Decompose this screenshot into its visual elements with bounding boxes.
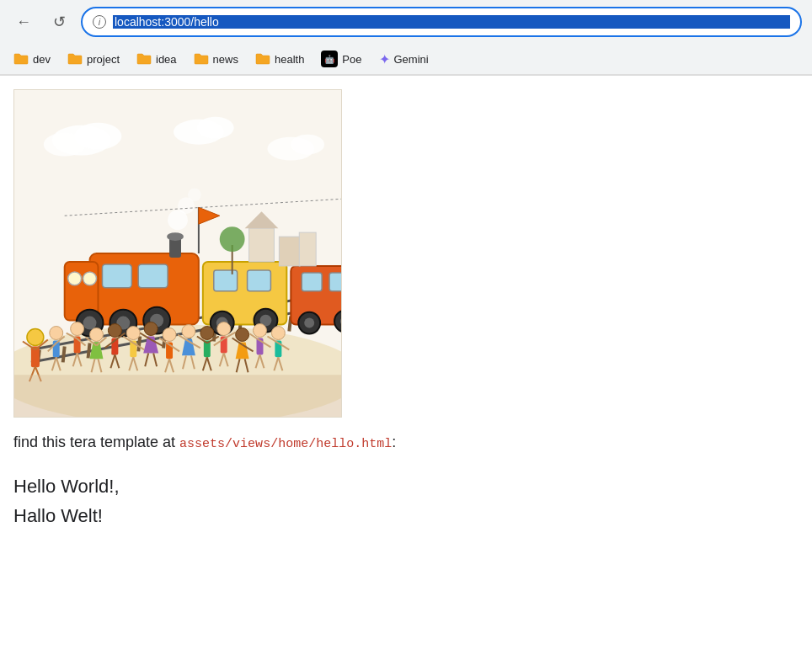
svg-point-108 xyxy=(182,325,195,338)
folder-icon-news xyxy=(194,52,209,66)
svg-line-15 xyxy=(88,343,90,358)
folder-icon-idea xyxy=(136,52,152,66)
bookmark-gemini-label: Gemini xyxy=(394,53,429,66)
back-button[interactable]: ← xyxy=(10,8,37,35)
greeting-block: Hello World!, Hallo Welt! xyxy=(13,471,799,530)
svg-point-9 xyxy=(291,135,324,155)
bookmark-project-label: project xyxy=(87,53,120,66)
svg-point-90 xyxy=(126,327,140,340)
bookmarks-bar: dev project idea xyxy=(0,44,812,75)
text-prefix: find this tera template at xyxy=(13,434,179,450)
browser-chrome: ← ↺ i dev project xyxy=(0,0,812,76)
folder-icon-dev xyxy=(13,52,29,66)
svg-rect-148 xyxy=(299,232,316,266)
folder-icon-health xyxy=(255,52,270,66)
info-icon: i xyxy=(93,15,106,29)
refresh-button[interactable]: ↺ xyxy=(45,8,72,35)
svg-point-114 xyxy=(200,327,214,340)
bookmark-news[interactable]: news xyxy=(187,49,245,69)
bookmark-idea[interactable]: idea xyxy=(130,49,184,69)
svg-point-59 xyxy=(27,329,44,346)
bookmark-project[interactable]: project xyxy=(61,49,126,69)
svg-point-120 xyxy=(217,322,231,336)
greeting-line1: Hello World!, xyxy=(13,471,799,501)
svg-point-65 xyxy=(50,327,63,340)
address-bar[interactable]: i xyxy=(81,7,802,37)
svg-point-150 xyxy=(220,226,245,252)
svg-rect-46 xyxy=(248,270,271,291)
svg-point-28 xyxy=(83,272,97,285)
train-illustration xyxy=(13,89,342,418)
bookmark-poe-label: Poe xyxy=(342,53,361,66)
svg-point-32 xyxy=(167,232,184,241)
svg-rect-147 xyxy=(279,237,300,266)
folder-icon-project xyxy=(67,52,83,66)
svg-rect-30 xyxy=(138,264,168,288)
train-svg xyxy=(14,90,341,417)
svg-point-102 xyxy=(163,328,176,342)
svg-point-39 xyxy=(83,317,97,330)
bookmark-poe[interactable]: 🤖 Poe xyxy=(314,47,368,71)
bookmark-gemini[interactable]: ✦ Gemini xyxy=(372,48,435,71)
bookmark-health[interactable]: health xyxy=(248,49,311,69)
svg-rect-144 xyxy=(14,375,341,417)
svg-line-17 xyxy=(138,336,140,351)
svg-rect-53 xyxy=(329,273,341,291)
template-path-link[interactable]: assets/views/home/hello.html xyxy=(179,437,392,451)
svg-point-55 xyxy=(304,318,314,328)
svg-point-138 xyxy=(271,327,285,340)
bookmark-idea-label: idea xyxy=(156,53,177,66)
svg-point-5 xyxy=(44,133,86,157)
bookmark-dev[interactable]: dev xyxy=(7,49,57,69)
svg-rect-29 xyxy=(102,264,131,288)
back-icon: ← xyxy=(16,13,31,31)
template-description: find this tera template at assets/views/… xyxy=(13,431,799,455)
svg-point-132 xyxy=(254,324,267,338)
svg-line-14 xyxy=(63,346,65,362)
svg-point-96 xyxy=(144,322,158,336)
svg-point-84 xyxy=(108,324,121,338)
poe-icon: 🤖 xyxy=(321,51,338,67)
bookmark-dev-label: dev xyxy=(33,53,51,66)
svg-rect-52 xyxy=(302,273,322,291)
bookmark-health-label: health xyxy=(275,53,304,66)
svg-rect-45 xyxy=(214,270,238,291)
svg-text:🤖: 🤖 xyxy=(324,54,335,65)
browser-toolbar: ← ↺ i xyxy=(0,0,812,44)
svg-point-27 xyxy=(68,272,82,285)
svg-point-7 xyxy=(197,117,234,139)
text-suffix: : xyxy=(392,434,396,450)
greeting-line2: Hallo Welt! xyxy=(13,501,799,530)
refresh-icon: ↺ xyxy=(53,13,66,31)
svg-rect-145 xyxy=(249,228,275,262)
svg-point-126 xyxy=(236,328,249,342)
url-input[interactable] xyxy=(113,15,790,29)
svg-point-35 xyxy=(188,188,201,201)
bookmark-news-label: news xyxy=(213,53,238,66)
gemini-icon: ✦ xyxy=(379,51,390,67)
page-content: find this tera template at assets/views/… xyxy=(0,76,812,544)
svg-point-71 xyxy=(71,322,84,336)
svg-point-77 xyxy=(90,328,104,342)
